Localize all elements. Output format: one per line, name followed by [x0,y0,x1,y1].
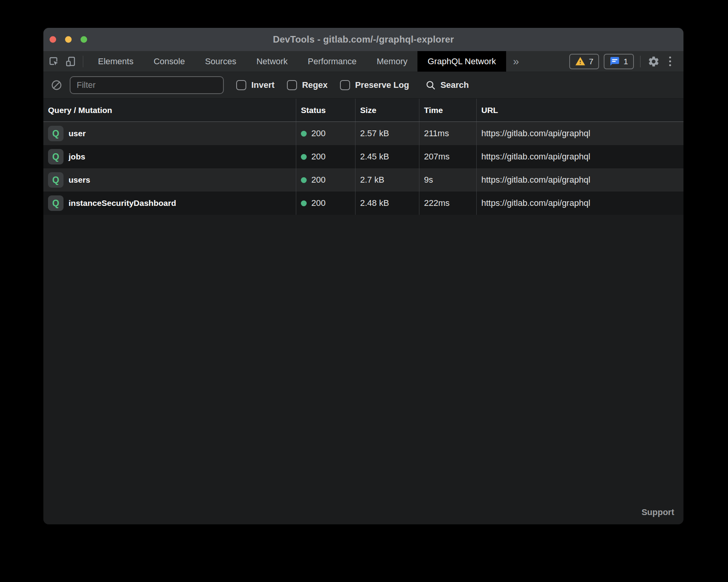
query-name-cell: Q instanceSecurityDashboard [43,192,296,215]
status-code: 200 [311,198,326,208]
status-ok-dot-icon [301,154,307,160]
filter-toolbar: Invert Regex Preserve Log Search [43,72,683,99]
settings-button[interactable] [647,55,661,68]
query-name-cell: Q jobs [43,145,296,168]
size-cell: 2.57 kB [355,122,419,145]
issues-warning-button[interactable]: 7 [569,54,599,69]
message-bubble-icon [610,56,620,67]
minimize-window-button[interactable] [65,36,72,43]
devtools-window: DevTools - gitlab.com/-/graphql-explorer… [43,28,683,524]
tabbar-right-controls: 7 1 [569,51,683,72]
status-code: 200 [311,175,326,185]
close-window-button[interactable] [50,36,56,43]
tab-console[interactable]: Console [144,51,195,72]
tab-sources[interactable]: Sources [195,51,246,72]
requests-table-body: Q user 200 2.57 kB 211ms https://gitlab.… [43,122,683,215]
devtools-tabs: ElementsConsoleSourcesNetworkPerformance… [88,51,506,72]
more-tabs-button[interactable]: » [513,56,519,67]
kebab-dot [669,64,671,66]
column-header-url[interactable]: URL [477,99,683,122]
window-titlebar: DevTools - gitlab.com/-/graphql-explorer [43,28,683,51]
query-type-badge: Q [48,195,64,211]
warning-count: 7 [589,57,594,66]
time-cell: 222ms [419,192,477,215]
zoom-window-button[interactable] [81,36,87,43]
column-header-time[interactable]: Time [419,99,477,122]
tab-graphql-network[interactable]: GraphQL Network [417,51,506,72]
status-cell: 200 [296,168,355,192]
block-icon [51,79,62,91]
search-label: Search [440,80,469,90]
gear-icon [647,55,660,68]
status-ok-dot-icon [301,177,307,183]
checkbox-box-icon [236,80,246,90]
checkbox-label: Preserve Log [355,80,409,90]
status-cell: 200 [296,192,355,215]
checkbox-preserve-log[interactable]: Preserve Log [340,80,409,90]
checkbox-box-icon [287,80,297,90]
tab-performance[interactable]: Performance [298,51,367,72]
status-code: 200 [311,152,326,162]
query-name: users [69,175,90,185]
url-cell: https://gitlab.com/api/graphql [477,168,683,192]
time-cell: 9s [419,168,477,192]
checkbox-label: Invert [251,80,275,90]
query-name: user [69,129,86,138]
tab-elements[interactable]: Elements [88,51,144,72]
status-ok-dot-icon [301,131,307,137]
inspect-element-button[interactable] [46,55,60,68]
status-ok-dot-icon [301,200,307,206]
status-code: 200 [311,128,326,139]
device-toolbar-icon [65,56,76,67]
controls-separator [640,56,640,67]
column-header-status[interactable]: Status [296,99,355,122]
window-title: DevTools - gitlab.com/-/graphql-explorer [273,34,454,45]
devtools-tab-bar: ElementsConsoleSourcesNetworkPerformance… [43,51,683,72]
tab-network[interactable]: Network [246,51,298,72]
column-header-query-mutation[interactable]: Query / Mutation [43,99,296,122]
filter-input[interactable] [70,76,224,94]
query-name: instanceSecurityDashboard [69,199,176,208]
column-header-size[interactable]: Size [355,99,419,122]
kebab-dot [669,56,671,58]
table-row[interactable]: Q users 200 2.7 kB 9s https://gitlab.com… [43,168,683,192]
query-type-badge: Q [48,172,64,188]
checkbox-box-icon [340,80,350,90]
empty-results-area: Support [43,215,683,524]
query-type-badge: Q [48,149,64,164]
table-row[interactable]: Q user 200 2.57 kB 211ms https://gitlab.… [43,122,683,145]
requests-table-header: Query / Mutation Status Size Time URL [43,99,683,122]
table-row[interactable]: Q jobs 200 2.45 kB 207ms https://gitlab.… [43,145,683,168]
search-button[interactable]: Search [425,80,469,91]
query-name-cell: Q user [43,122,296,145]
toggle-device-toolbar-button[interactable] [64,55,77,68]
kebab-dot [669,60,671,62]
checkbox-regex[interactable]: Regex [287,80,328,90]
search-icon [425,80,436,91]
time-cell: 211ms [419,122,477,145]
tabbar-separator [83,56,83,67]
size-cell: 2.7 kB [355,168,419,192]
traffic-lights [50,36,87,43]
time-cell: 207ms [419,145,477,168]
url-cell: https://gitlab.com/api/graphql [477,145,683,168]
url-cell: https://gitlab.com/api/graphql [477,122,683,145]
console-messages-button[interactable]: 1 [604,54,634,69]
inspect-cursor-icon [48,56,59,67]
url-cell: https://gitlab.com/api/graphql [477,192,683,215]
support-link[interactable]: Support [642,507,674,517]
block-requests-button[interactable] [49,77,64,93]
warning-triangle-icon [575,56,585,67]
status-cell: 200 [296,145,355,168]
tab-memory[interactable]: Memory [367,51,417,72]
query-name: jobs [69,152,85,161]
message-count: 1 [623,57,628,66]
checkbox-label: Regex [302,80,328,90]
size-cell: 2.48 kB [355,192,419,215]
checkbox-invert[interactable]: Invert [236,80,275,90]
query-type-badge: Q [48,126,64,141]
query-name-cell: Q users [43,168,296,192]
table-row[interactable]: Q instanceSecurityDashboard 200 2.48 kB … [43,192,683,215]
more-options-button[interactable] [665,54,675,68]
size-cell: 2.45 kB [355,145,419,168]
